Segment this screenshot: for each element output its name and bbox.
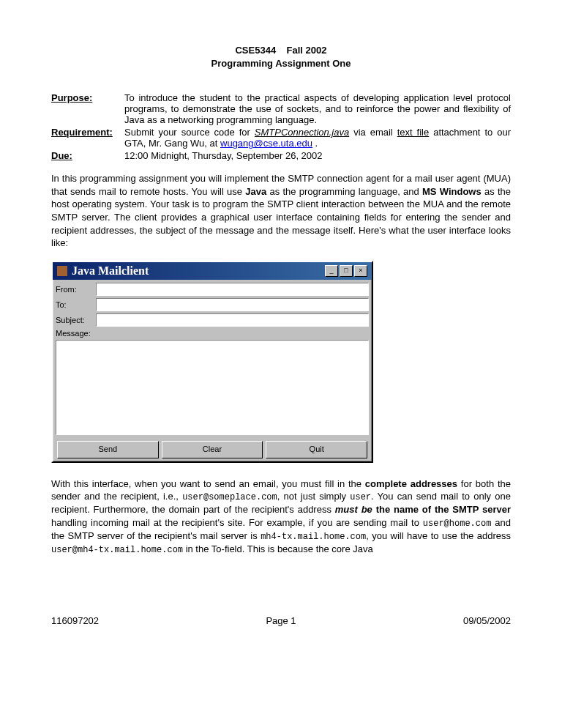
p2-mid7: , you will have to use the address [366,530,511,541]
subject-row: Subject: [56,313,369,327]
from-row: From: [56,283,369,296]
p2-complete: complete addresses [365,478,457,489]
titlebar: Java Mailclient _ □ × [53,262,372,280]
to-row: To: [56,298,369,311]
req-mid: via email [349,127,397,138]
due-label: Due: [51,150,124,161]
purpose-label: Purpose: [51,92,124,125]
p2-mustbe: must be [335,504,372,515]
to-label: To: [56,300,96,309]
document-header: CSE5344 Fall 2002 Programming Assignment… [51,44,511,70]
req-end: . [312,138,318,149]
p2-addr2: user@home.com [423,519,492,529]
p2-mid5: handling incoming mail at the recipient'… [51,517,423,528]
mailclient-body: From: To: Subject: Message: Send Clear Q… [53,280,372,461]
p2-pre: With this interface, when you want to se… [51,478,365,489]
req-email-link[interactable]: wugang@cse.uta.edu [220,138,312,149]
due-row: Due: 12:00 Midnight, Thursday, September… [51,150,511,161]
window-controls: _ □ × [325,265,367,277]
paragraph-1: In this programming assignment you will … [51,172,511,249]
button-row: Send Clear Quit [56,439,369,458]
p2-srv: mh4-tx.mail.home.com [261,532,366,542]
p2-user: user [350,492,371,502]
req-textfile: text file [397,127,430,138]
message-textarea[interactable] [56,340,369,435]
from-label: From: [56,285,96,294]
message-label-row: Message: [56,329,369,338]
req-pre: Submit your source code for [124,127,255,138]
close-button[interactable]: × [354,265,367,277]
p1-msw: MS Windows [422,186,482,197]
to-input[interactable] [96,298,369,311]
title-line: Programming Assignment One [51,57,511,70]
purpose-row: Purpose: To introduce the student to the… [51,92,511,125]
p2-mid2: , not just simply [277,491,350,502]
clear-button[interactable]: Clear [162,441,263,458]
p2-addr3: user@mh4-tx.mail.home.com [51,545,183,555]
p2-end: in the To-field. This is because the cor… [183,543,373,554]
req-file: SMTPConnection.java [255,127,349,138]
requirement-text: Submit your source code for SMTPConnecti… [124,127,511,149]
p1-java: Java [245,186,266,197]
paragraph-2: With this interface, when you want to se… [51,478,511,557]
subject-label: Subject: [56,316,96,324]
window-title: Java Mailclient [72,264,149,278]
requirement-label: Requirement: [51,127,124,149]
subject-input[interactable] [96,313,369,327]
java-mailclient-window: Java Mailclient _ □ × From: To: Subject: [51,261,373,463]
send-button[interactable]: Send [57,441,159,458]
footer-left: 116097202 [51,615,99,626]
titlebar-left: Java Mailclient [57,264,149,278]
message-label: Message: [56,329,91,338]
p1-mid1: as the programming language, and [266,186,422,197]
footer-right: 09/05/2002 [463,615,511,626]
definitions: Purpose: To introduce the student to the… [51,92,511,161]
footer-center: Page 1 [266,615,296,626]
app-icon [57,266,67,276]
from-input[interactable] [96,283,369,296]
page-content: CSE5344 Fall 2002 Programming Assignment… [0,0,562,586]
p2-servname: the name of the SMTP server [376,504,511,515]
course-line: CSE5344 Fall 2002 [51,44,511,57]
page-footer: 116097202 Page 1 09/05/2002 [0,586,562,626]
due-text: 12:00 Midnight, Thursday, September 26, … [124,150,511,161]
quit-button[interactable]: Quit [266,441,367,458]
maximize-button[interactable]: □ [340,265,353,277]
requirement-row: Requirement: Submit your source code for… [51,127,511,149]
purpose-text: To introduce the student to the practica… [124,92,511,125]
p2-addr1: user@someplace.com [182,492,277,502]
minimize-button[interactable]: _ [325,265,338,277]
